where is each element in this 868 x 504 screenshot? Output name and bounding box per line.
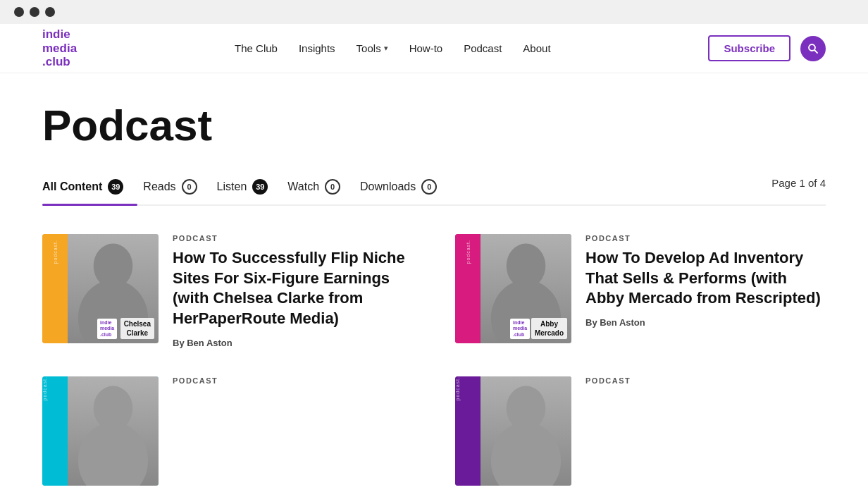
nav-item-the-club[interactable]: The Club bbox=[235, 42, 278, 54]
card-image-4: podcast. bbox=[455, 376, 571, 486]
svg-line-1 bbox=[814, 50, 817, 53]
site-logo[interactable]: indie media .club bbox=[42, 27, 77, 69]
person-silhouette-svg-4 bbox=[480, 376, 571, 486]
podcast-card-3[interactable]: podcast. PODCAST bbox=[42, 376, 413, 486]
person-photo-4 bbox=[480, 376, 571, 486]
chevron-down-icon: ▾ bbox=[384, 44, 388, 53]
nav-item-tools[interactable]: Tools ▾ bbox=[356, 42, 388, 54]
svg-point-7 bbox=[78, 422, 148, 486]
card-title-1: How To Successfully Flip Niche Sites For… bbox=[173, 248, 413, 328]
site-header: indie media .club The Club Insights Tool… bbox=[0, 24, 868, 73]
podcast-card-2[interactable]: podcast. AbbyMercado indiemedia.club bbox=[455, 234, 826, 348]
page-title-section: Podcast bbox=[42, 73, 826, 171]
person-area-2: AbbyMercado indiemedia.club bbox=[480, 234, 571, 343]
person-area-1: ChelseaClarke indiemedia.club bbox=[68, 234, 159, 343]
person-name-2: AbbyMercado bbox=[531, 318, 567, 339]
person-silhouette-svg-3 bbox=[68, 376, 159, 486]
search-icon bbox=[807, 43, 819, 54]
svg-point-9 bbox=[491, 422, 561, 486]
podcast-sidebar-label-1: podcast. bbox=[42, 234, 68, 343]
traffic-light-1 bbox=[14, 7, 24, 17]
traffic-light-2 bbox=[30, 7, 39, 17]
filter-bar: All Content 39 Reads 0 Listen 39 Watch 0… bbox=[42, 171, 826, 206]
filter-downloads[interactable]: Downloads 0 bbox=[360, 171, 451, 204]
nav-item-podcast[interactable]: Podcast bbox=[464, 42, 502, 54]
nav-item-insights[interactable]: Insights bbox=[299, 42, 335, 54]
filter-listen[interactable]: Listen 39 bbox=[217, 171, 283, 204]
card-image-3: podcast. bbox=[42, 376, 159, 486]
card-body-3: PODCAST bbox=[173, 376, 413, 385]
logo-text-3: .club bbox=[42, 55, 77, 69]
card-body-1: PODCAST How To Successfully Flip Niche S… bbox=[173, 234, 413, 348]
card-image-2: podcast. AbbyMercado indiemedia.club bbox=[455, 234, 571, 343]
podcast-sidebar-label-3: podcast. bbox=[42, 376, 68, 486]
podcast-sidebar-label-2: podcast. bbox=[455, 234, 480, 343]
logo-text-2: media bbox=[42, 42, 77, 56]
filter-badge-all: 39 bbox=[108, 179, 123, 195]
logo-text: indie bbox=[42, 27, 77, 42]
filter-reads[interactable]: Reads 0 bbox=[143, 171, 211, 204]
card-logo-tag-1: indiemedia.club bbox=[97, 319, 117, 339]
card-body-2: PODCAST How To Develop Ad Inventory That… bbox=[585, 234, 826, 328]
card-author-1: By Ben Aston bbox=[173, 338, 413, 348]
podcast-card-1[interactable]: podcast. ChelseaClarke indiemedia.club bbox=[42, 234, 413, 348]
podcast-sidebar-label-4: podcast. bbox=[455, 376, 480, 486]
filter-watch[interactable]: Watch 0 bbox=[287, 171, 354, 204]
card-tag-4: PODCAST bbox=[585, 376, 826, 385]
person-area-3 bbox=[68, 376, 159, 486]
person-area-4 bbox=[480, 376, 571, 486]
card-author-2: By Ben Aston bbox=[585, 317, 826, 328]
cards-grid: podcast. ChelseaClarke indiemedia.club bbox=[42, 234, 826, 485]
page-content: Podcast All Content 39 Reads 0 Listen 39… bbox=[0, 73, 868, 486]
main-nav: The Club Insights Tools ▾ How-to Podcast… bbox=[235, 42, 551, 54]
card-logo-tag-2: indiemedia.club bbox=[510, 319, 530, 339]
person-photo-3 bbox=[68, 376, 159, 486]
card-tag-3: PODCAST bbox=[173, 376, 413, 385]
card-body-4: PODCAST bbox=[585, 376, 826, 385]
header-actions: Subscribe bbox=[708, 35, 826, 61]
person-name-1: ChelseaClarke bbox=[120, 318, 154, 339]
traffic-light-3 bbox=[45, 7, 55, 17]
page-title: Podcast bbox=[42, 102, 826, 149]
filter-badge-downloads: 0 bbox=[421, 179, 437, 195]
podcast-card-4[interactable]: podcast. PODCAST bbox=[455, 376, 826, 486]
filter-all-content[interactable]: All Content 39 bbox=[42, 171, 137, 204]
filter-badge-reads: 0 bbox=[182, 179, 197, 195]
card-title-2: How To Develop Ad Inventory That Sells &… bbox=[585, 248, 826, 309]
subscribe-button[interactable]: Subscribe bbox=[708, 35, 790, 61]
page-indicator: Page 1 of 4 bbox=[771, 177, 826, 199]
card-image-1: podcast. ChelseaClarke indiemedia.club bbox=[42, 234, 159, 343]
search-button[interactable] bbox=[800, 36, 826, 61]
filter-badge-watch: 0 bbox=[325, 179, 340, 195]
filter-badge-listen: 39 bbox=[252, 179, 268, 195]
nav-item-about[interactable]: About bbox=[523, 42, 550, 54]
card-tag-2: PODCAST bbox=[585, 234, 826, 242]
top-bar bbox=[0, 0, 868, 24]
nav-item-how-to[interactable]: How-to bbox=[409, 42, 443, 54]
card-tag-1: PODCAST bbox=[173, 234, 413, 242]
